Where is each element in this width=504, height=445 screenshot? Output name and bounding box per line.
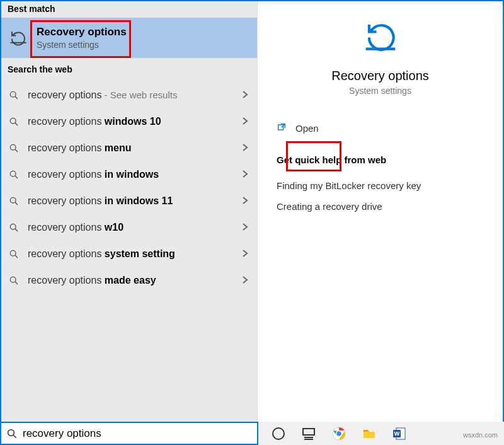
search-icon — [9, 275, 19, 286]
svg-point-3 — [10, 118, 16, 124]
search-input[interactable] — [23, 427, 252, 440]
open-action[interactable]: Open — [258, 115, 503, 142]
search-icon — [9, 196, 19, 206]
chevron-right-icon — [242, 170, 248, 180]
chevron-right-icon — [242, 196, 248, 207]
svg-point-20 — [8, 429, 14, 436]
svg-point-7 — [10, 171, 16, 176]
svg-point-28 — [336, 431, 342, 436]
quick-link[interactable]: Finding my BitLocker recovery key — [258, 175, 503, 196]
svg-point-15 — [10, 277, 16, 282]
svg-line-14 — [15, 255, 18, 258]
svg-line-16 — [15, 282, 18, 284]
suggestion-text: recovery options menu — [28, 142, 242, 154]
search-icon — [9, 117, 19, 127]
svg-line-6 — [15, 149, 18, 152]
open-label: Open — [295, 123, 319, 134]
chrome-icon[interactable] — [331, 426, 346, 441]
svg-line-8 — [15, 176, 18, 178]
svg-point-1 — [10, 91, 16, 97]
suggestion-item[interactable]: recovery options in windows — [1, 161, 257, 188]
best-match-header: Best match — [1, 1, 257, 18]
suggestion-text: recovery options - See web results — [28, 90, 242, 101]
word-icon[interactable]: W — [392, 426, 407, 441]
task-view-icon[interactable] — [301, 426, 316, 441]
svg-point-13 — [10, 250, 16, 256]
suggestion-item[interactable]: recovery options w10 — [1, 214, 257, 241]
chevron-right-icon — [242, 249, 248, 260]
suggestion-list: recovery options - See web resultsrecove… — [1, 78, 257, 294]
svg-line-4 — [15, 123, 18, 125]
suggestion-item[interactable]: recovery options system setting — [1, 241, 257, 267]
search-icon — [6, 428, 18, 439]
suggestion-text: recovery options windows 10 — [28, 116, 242, 127]
attribution-text: wsxdn.com — [463, 431, 498, 439]
detail-subtitle: System settings — [270, 86, 490, 96]
svg-point-5 — [10, 144, 16, 150]
search-icon — [9, 90, 19, 100]
search-icon — [9, 249, 19, 259]
cortana-icon[interactable] — [271, 426, 286, 441]
svg-line-10 — [15, 202, 18, 205]
suggestion-text: recovery options w10 — [28, 222, 242, 233]
quick-link[interactable]: Creating a recovery drive — [258, 196, 503, 217]
suggestion-item[interactable]: recovery options - See web results — [1, 82, 257, 108]
suggestion-item[interactable]: recovery options windows 10 — [1, 108, 257, 135]
recovery-icon-large — [361, 16, 400, 57]
suggestion-item[interactable]: recovery options in windows 11 — [1, 188, 257, 214]
annotation-box — [30, 20, 131, 58]
svg-line-12 — [15, 229, 18, 231]
suggestion-item[interactable]: recovery options made easy — [1, 267, 257, 294]
svg-rect-18 — [278, 125, 284, 130]
svg-rect-23 — [303, 429, 314, 435]
chevron-right-icon — [242, 90, 248, 101]
search-bar[interactable] — [0, 422, 258, 445]
search-web-header: Search the web — [1, 62, 257, 78]
suggestion-text: recovery options in windows 11 — [28, 195, 242, 207]
suggestion-item[interactable]: recovery options menu — [1, 135, 257, 161]
svg-line-2 — [15, 96, 18, 99]
suggestion-text: recovery options system setting — [28, 248, 242, 260]
svg-line-21 — [13, 435, 16, 438]
chevron-right-icon — [242, 143, 248, 154]
search-icon — [9, 143, 19, 153]
search-icon — [9, 222, 19, 233]
svg-text:W: W — [394, 431, 400, 437]
chevron-right-icon — [242, 117, 248, 127]
results-panel: Best match Recovery options System setti… — [1, 1, 257, 422]
annotation-box — [286, 141, 341, 171]
chevron-right-icon — [242, 275, 248, 286]
svg-point-9 — [10, 197, 16, 203]
svg-point-11 — [10, 224, 16, 229]
open-icon — [277, 122, 287, 134]
recovery-icon — [9, 28, 28, 49]
detail-panel: Recovery options System settings Open Ge… — [257, 1, 503, 422]
suggestion-text: recovery options made easy — [28, 275, 242, 286]
detail-title: Recovery options — [270, 69, 490, 83]
search-icon — [9, 170, 19, 180]
suggestion-text: recovery options in windows — [28, 169, 242, 180]
chevron-right-icon — [242, 222, 248, 233]
file-explorer-icon[interactable] — [362, 426, 377, 441]
svg-point-22 — [273, 428, 284, 439]
